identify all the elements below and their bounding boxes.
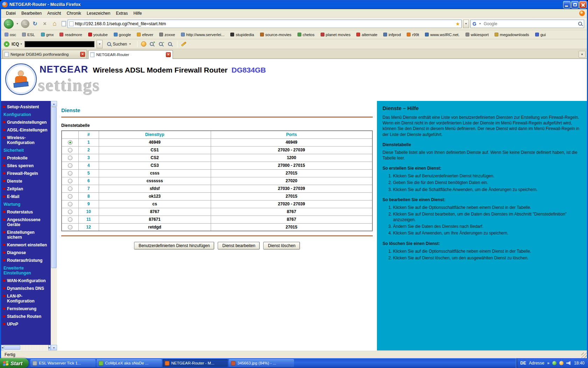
- sidebar-item[interactable]: Routerstatus: [1, 208, 51, 216]
- resize-grip[interactable]: [581, 353, 587, 358]
- location-bar[interactable]: ★: [68, 20, 462, 28]
- row-radio-button[interactable]: [68, 186, 72, 191]
- menu-item[interactable]: Hilfe: [131, 10, 145, 17]
- sidebar-horizontal-scrollbar[interactable]: ◀ ▶: [1, 345, 51, 350]
- sidebar-item[interactable]: Erweiterte Einstellungen: [1, 264, 51, 277]
- sidebar-item[interactable]: Setup-Assistent: [1, 103, 51, 111]
- row-radio-button[interactable]: [68, 171, 72, 176]
- row-radio-button[interactable]: [68, 225, 72, 230]
- bookmark-item[interactable]: www.wsIRC.net.: [424, 32, 460, 38]
- volume-icon[interactable]: [566, 361, 570, 365]
- sidebar-item[interactable]: Wartung: [1, 200, 51, 208]
- bookmark-item[interactable]: efever: [136, 32, 154, 38]
- address-toolbar-label[interactable]: Adresse: [529, 361, 544, 366]
- sidebar-item[interactable]: Routeraufrüstung: [1, 257, 51, 264]
- bookmark-star-icon[interactable]: ★: [455, 21, 460, 26]
- start-button[interactable]: Start: [0, 358, 29, 368]
- bookmark-item[interactable]: osc: [4, 32, 17, 38]
- bookmark-item[interactable]: chetos: [297, 32, 315, 38]
- sidebar-item[interactable]: Protokolle: [1, 154, 51, 162]
- home-button[interactable]: ⌂: [50, 20, 59, 28]
- forward-button[interactable]: →: [21, 20, 29, 28]
- menu-item[interactable]: Chronik: [64, 10, 84, 17]
- row-radio-button[interactable]: [68, 156, 72, 160]
- sidebar-item[interactable]: Einstellungen sichern: [1, 229, 51, 241]
- row-radio-button[interactable]: [68, 140, 72, 145]
- sidebar-item[interactable]: WAN-Konfiguration: [1, 277, 51, 285]
- scroll-down-button[interactable]: ▼: [51, 345, 57, 350]
- window-titlebar[interactable]: NETGEAR-Router - Mozilla Firefox: [0, 0, 588, 9]
- action-button[interactable]: Dienst bearbeiten: [218, 242, 260, 250]
- bookmark-item[interactable]: gui: [534, 32, 546, 38]
- bookmark-item[interactable]: wikiesport: [465, 32, 489, 38]
- stop-button[interactable]: ×: [41, 20, 49, 28]
- reload-button[interactable]: ↻: [31, 20, 39, 28]
- sidebar-item[interactable]: E-Mail: [1, 193, 51, 200]
- menu-item[interactable]: Ansicht: [44, 10, 64, 17]
- sidebar-item[interactable]: Sicherheit: [1, 146, 51, 154]
- icq-search-button[interactable]: Suchen ▼: [105, 41, 134, 48]
- row-radio-button[interactable]: [68, 217, 72, 222]
- sidebar-item[interactable]: Konfiguration: [1, 111, 51, 118]
- tab-list-button[interactable]: ▼: [579, 51, 586, 58]
- search-engine-icon[interactable]: G: [472, 21, 476, 27]
- icq-search-input[interactable]: [24, 41, 94, 47]
- sidebar-item[interactable]: Sites sperren: [1, 162, 51, 170]
- bookmark-item[interactable]: zoxxe: [159, 32, 176, 38]
- bookmark-item[interactable]: planet movies: [320, 32, 351, 38]
- highlighter-icon[interactable]: [181, 41, 186, 46]
- bookmark-item[interactable]: megadownloads: [494, 32, 530, 38]
- action-button[interactable]: Dienst löschen: [263, 242, 300, 250]
- back-button[interactable]: ←: [4, 19, 14, 29]
- smiley-icon[interactable]: [141, 41, 146, 47]
- row-radio-button[interactable]: [68, 194, 72, 199]
- scroll-left-button[interactable]: ◀: [1, 345, 4, 350]
- menu-item[interactable]: Extras: [113, 10, 131, 17]
- zoom-reset-button[interactable]: [167, 41, 174, 48]
- minimize-button[interactable]: [563, 1, 570, 8]
- sidebar-item[interactable]: Grundeinstellungen: [1, 118, 51, 126]
- taskbar-item[interactable]: 345663.jpg (84%) - ...: [229, 359, 294, 367]
- sidebar-item[interactable]: Diagnose: [1, 249, 51, 257]
- close-button[interactable]: [579, 1, 587, 8]
- bookmark-item[interactable]: google: [113, 32, 132, 38]
- scroll-right-button[interactable]: ▶: [48, 345, 51, 350]
- sidebar-item[interactable]: Firewall-Regeln: [1, 170, 51, 177]
- bookmark-item[interactable]: source-movies: [259, 32, 292, 38]
- back-history-dropdown[interactable]: ▼: [15, 20, 20, 27]
- action-button[interactable]: Benutzerdefinierten Dienst hinzufügen: [134, 242, 214, 250]
- row-radio-button[interactable]: [68, 148, 72, 152]
- tray-app-icon[interactable]: [559, 361, 564, 365]
- sidebar-item[interactable]: UPnP: [1, 320, 51, 328]
- sidebar-item[interactable]: Dienste: [1, 177, 51, 185]
- sidebar-vertical-scrollbar[interactable]: ▲ ▼: [51, 101, 57, 350]
- bookmark-item[interactable]: gmx: [40, 32, 55, 38]
- scroll-up-button[interactable]: ▲: [51, 101, 57, 107]
- menu-item[interactable]: Lesezeichen: [84, 10, 113, 17]
- sidebar-item[interactable]: Zeitplan: [1, 185, 51, 193]
- scrollbar-thumb[interactable]: [4, 345, 20, 350]
- bookmark-item[interactable]: ESL: [21, 32, 36, 38]
- tab-close-icon[interactable]: ×: [80, 52, 85, 57]
- tab-close-icon[interactable]: ×: [166, 52, 171, 57]
- sidebar-item[interactable]: LAN-IP-Konfiguration: [1, 292, 51, 305]
- icq-search-dropdown[interactable]: ▼: [97, 40, 103, 48]
- taskbar-item[interactable]: ESL Warserver Tick 1...: [30, 359, 96, 367]
- sidebar-item[interactable]: Dynamisches DNS: [1, 285, 51, 292]
- sidebar-item[interactable]: Statische Routen: [1, 313, 51, 320]
- scrollbar-thumb[interactable]: [51, 107, 57, 268]
- sidebar-item[interactable]: Fernsteuerung: [1, 305, 51, 313]
- icq-status-icon[interactable]: [552, 361, 556, 365]
- bookmark-item[interactable]: r99t: [406, 32, 420, 38]
- location-history-dropdown[interactable]: ▼: [463, 20, 469, 28]
- browser-tab[interactable]: NETGEAR-Router ×: [88, 50, 173, 59]
- sidebar-item[interactable]: Kennwort einstellen: [1, 241, 51, 249]
- browser-tab[interactable]: Netgear DG834G portforwarding ×: [2, 50, 87, 59]
- maximize-button[interactable]: [571, 1, 579, 8]
- zoom-out-button[interactable]: −: [158, 41, 164, 48]
- url-input[interactable]: [75, 21, 454, 26]
- bookmark-item[interactable]: infprod: [383, 32, 401, 38]
- menu-item[interactable]: Datei: [3, 10, 19, 17]
- taskbar-item[interactable]: NETGEAR-Router - M...: [163, 359, 228, 367]
- sidebar-item[interactable]: Wireless-Konfiguration: [1, 134, 51, 146]
